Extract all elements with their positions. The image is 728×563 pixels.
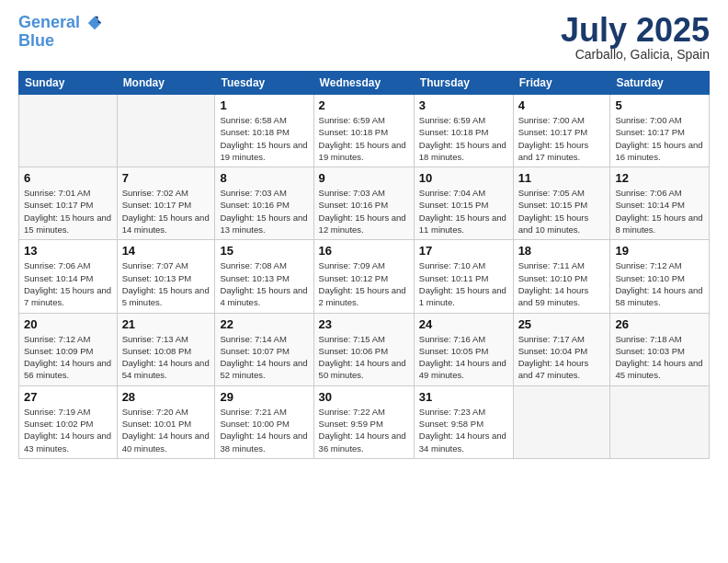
day-number: 8 bbox=[220, 171, 308, 185]
calendar-cell: 20Sunrise: 7:12 AM Sunset: 10:09 PM Dayl… bbox=[19, 313, 118, 385]
calendar-cell: 18Sunrise: 7:11 AM Sunset: 10:10 PM Dayl… bbox=[513, 240, 610, 313]
calendar-cell: 23Sunrise: 7:15 AM Sunset: 10:06 PM Dayl… bbox=[313, 313, 414, 385]
day-number: 20 bbox=[24, 317, 112, 331]
calendar-week-row: 27Sunrise: 7:19 AM Sunset: 10:02 PM Dayl… bbox=[19, 385, 710, 458]
day-info: Sunrise: 7:00 AM Sunset: 10:17 PM Daylig… bbox=[615, 114, 704, 163]
day-number: 26 bbox=[615, 317, 704, 331]
day-info: Sunrise: 7:12 AM Sunset: 10:09 PM Daylig… bbox=[24, 333, 112, 382]
calendar-cell: 16Sunrise: 7:09 AM Sunset: 10:12 PM Dayl… bbox=[313, 240, 414, 313]
calendar-cell: 26Sunrise: 7:18 AM Sunset: 10:03 PM Dayl… bbox=[610, 313, 710, 385]
day-info: Sunrise: 6:58 AM Sunset: 10:18 PM Daylig… bbox=[220, 114, 308, 163]
day-info: Sunrise: 7:07 AM Sunset: 10:13 PM Daylig… bbox=[122, 259, 210, 308]
day-number: 14 bbox=[122, 244, 210, 258]
day-number: 15 bbox=[220, 244, 308, 258]
calendar-cell: 3Sunrise: 6:59 AM Sunset: 10:18 PM Dayli… bbox=[414, 95, 513, 167]
header-sunday: Sunday bbox=[19, 72, 118, 95]
day-info: Sunrise: 7:12 AM Sunset: 10:10 PM Daylig… bbox=[615, 259, 704, 308]
day-number: 1 bbox=[220, 98, 308, 112]
header-saturday: Saturday bbox=[610, 72, 710, 95]
day-info: Sunrise: 7:02 AM Sunset: 10:17 PM Daylig… bbox=[122, 187, 210, 236]
day-number: 28 bbox=[122, 390, 210, 404]
calendar-cell: 27Sunrise: 7:19 AM Sunset: 10:02 PM Dayl… bbox=[19, 385, 118, 458]
logo: General Blue bbox=[18, 14, 103, 51]
day-info: Sunrise: 7:06 AM Sunset: 10:14 PM Daylig… bbox=[24, 259, 112, 308]
day-info: Sunrise: 7:14 AM Sunset: 10:07 PM Daylig… bbox=[220, 333, 308, 382]
day-number: 12 bbox=[615, 171, 704, 185]
day-info: Sunrise: 7:13 AM Sunset: 10:08 PM Daylig… bbox=[122, 333, 210, 382]
page-subtitle: Carballo, Galicia, Spain bbox=[561, 47, 710, 62]
day-info: Sunrise: 7:23 AM Sunset: 9:58 PM Dayligh… bbox=[419, 406, 508, 454]
header-monday: Monday bbox=[117, 72, 215, 95]
calendar-cell bbox=[117, 95, 215, 167]
calendar-header-row: SundayMondayTuesdayWednesdayThursdayFrid… bbox=[19, 72, 710, 95]
day-info: Sunrise: 7:15 AM Sunset: 10:06 PM Daylig… bbox=[319, 333, 409, 382]
day-number: 10 bbox=[419, 171, 508, 185]
calendar-cell: 24Sunrise: 7:16 AM Sunset: 10:05 PM Dayl… bbox=[414, 313, 513, 385]
calendar-cell: 5Sunrise: 7:00 AM Sunset: 10:17 PM Dayli… bbox=[610, 95, 710, 167]
calendar-week-row: 6Sunrise: 7:01 AM Sunset: 10:17 PM Dayli… bbox=[19, 167, 710, 240]
calendar-cell: 13Sunrise: 7:06 AM Sunset: 10:14 PM Dayl… bbox=[19, 240, 118, 313]
day-info: Sunrise: 7:01 AM Sunset: 10:17 PM Daylig… bbox=[24, 187, 112, 236]
day-number: 18 bbox=[518, 244, 606, 258]
day-info: Sunrise: 7:20 AM Sunset: 10:01 PM Daylig… bbox=[122, 406, 210, 454]
day-number: 27 bbox=[24, 390, 112, 404]
day-number: 11 bbox=[518, 171, 606, 185]
day-number: 7 bbox=[122, 171, 210, 185]
day-number: 19 bbox=[615, 244, 704, 258]
calendar-cell bbox=[610, 385, 710, 458]
calendar-cell: 10Sunrise: 7:04 AM Sunset: 10:15 PM Dayl… bbox=[414, 167, 513, 240]
day-info: Sunrise: 7:04 AM Sunset: 10:15 PM Daylig… bbox=[419, 187, 508, 236]
calendar-cell bbox=[513, 385, 610, 458]
page-header: General Blue July 2025 Carballo, Galicia… bbox=[18, 14, 710, 62]
day-info: Sunrise: 7:03 AM Sunset: 10:16 PM Daylig… bbox=[220, 187, 308, 236]
day-info: Sunrise: 7:17 AM Sunset: 10:04 PM Daylig… bbox=[518, 333, 606, 382]
day-info: Sunrise: 6:59 AM Sunset: 10:18 PM Daylig… bbox=[319, 114, 409, 163]
day-info: Sunrise: 7:03 AM Sunset: 10:16 PM Daylig… bbox=[319, 187, 409, 236]
header-friday: Friday bbox=[513, 72, 610, 95]
day-info: Sunrise: 7:05 AM Sunset: 10:15 PM Daylig… bbox=[518, 187, 606, 236]
calendar-cell: 31Sunrise: 7:23 AM Sunset: 9:58 PM Dayli… bbox=[414, 385, 513, 458]
day-number: 29 bbox=[220, 390, 308, 404]
day-info: Sunrise: 7:00 AM Sunset: 10:17 PM Daylig… bbox=[518, 114, 606, 163]
title-block: July 2025 Carballo, Galicia, Spain bbox=[561, 14, 710, 62]
day-number: 9 bbox=[319, 171, 409, 185]
day-info: Sunrise: 7:18 AM Sunset: 10:03 PM Daylig… bbox=[615, 333, 704, 382]
day-number: 5 bbox=[615, 98, 704, 112]
day-info: Sunrise: 7:09 AM Sunset: 10:12 PM Daylig… bbox=[319, 259, 409, 308]
day-number: 3 bbox=[419, 98, 508, 112]
day-info: Sunrise: 7:10 AM Sunset: 10:11 PM Daylig… bbox=[419, 259, 508, 308]
calendar-cell: 29Sunrise: 7:21 AM Sunset: 10:00 PM Dayl… bbox=[215, 385, 313, 458]
day-number: 30 bbox=[319, 390, 409, 404]
day-number: 16 bbox=[319, 244, 409, 258]
calendar-cell: 15Sunrise: 7:08 AM Sunset: 10:13 PM Dayl… bbox=[215, 240, 313, 313]
calendar-cell: 19Sunrise: 7:12 AM Sunset: 10:10 PM Dayl… bbox=[610, 240, 710, 313]
day-info: Sunrise: 7:22 AM Sunset: 9:59 PM Dayligh… bbox=[319, 406, 409, 454]
day-info: Sunrise: 7:21 AM Sunset: 10:00 PM Daylig… bbox=[220, 406, 308, 454]
calendar-cell: 14Sunrise: 7:07 AM Sunset: 10:13 PM Dayl… bbox=[117, 240, 215, 313]
day-number: 6 bbox=[24, 171, 112, 185]
day-number: 31 bbox=[419, 390, 508, 404]
calendar-cell: 17Sunrise: 7:10 AM Sunset: 10:11 PM Dayl… bbox=[414, 240, 513, 313]
calendar-cell bbox=[19, 95, 118, 167]
day-number: 2 bbox=[319, 98, 409, 112]
page-title: July 2025 bbox=[561, 14, 710, 47]
calendar-cell: 12Sunrise: 7:06 AM Sunset: 10:14 PM Dayl… bbox=[610, 167, 710, 240]
day-number: 23 bbox=[319, 317, 409, 331]
calendar-cell: 4Sunrise: 7:00 AM Sunset: 10:17 PM Dayli… bbox=[513, 95, 610, 167]
day-number: 13 bbox=[24, 244, 112, 258]
day-info: Sunrise: 7:19 AM Sunset: 10:02 PM Daylig… bbox=[24, 406, 112, 454]
calendar-cell: 28Sunrise: 7:20 AM Sunset: 10:01 PM Dayl… bbox=[117, 385, 215, 458]
header-thursday: Thursday bbox=[414, 72, 513, 95]
day-info: Sunrise: 7:11 AM Sunset: 10:10 PM Daylig… bbox=[518, 259, 606, 308]
calendar-cell: 11Sunrise: 7:05 AM Sunset: 10:15 PM Dayl… bbox=[513, 167, 610, 240]
calendar-cell: 30Sunrise: 7:22 AM Sunset: 9:59 PM Dayli… bbox=[313, 385, 414, 458]
day-info: Sunrise: 6:59 AM Sunset: 10:18 PM Daylig… bbox=[419, 114, 508, 163]
calendar-cell: 6Sunrise: 7:01 AM Sunset: 10:17 PM Dayli… bbox=[19, 167, 118, 240]
logo-line1: General bbox=[18, 13, 80, 31]
logo-line2: Blue bbox=[18, 31, 54, 50]
calendar-cell: 22Sunrise: 7:14 AM Sunset: 10:07 PM Dayl… bbox=[215, 313, 313, 385]
day-number: 21 bbox=[122, 317, 210, 331]
calendar-cell: 8Sunrise: 7:03 AM Sunset: 10:16 PM Dayli… bbox=[215, 167, 313, 240]
day-number: 17 bbox=[419, 244, 508, 258]
calendar-cell: 7Sunrise: 7:02 AM Sunset: 10:17 PM Dayli… bbox=[117, 167, 215, 240]
